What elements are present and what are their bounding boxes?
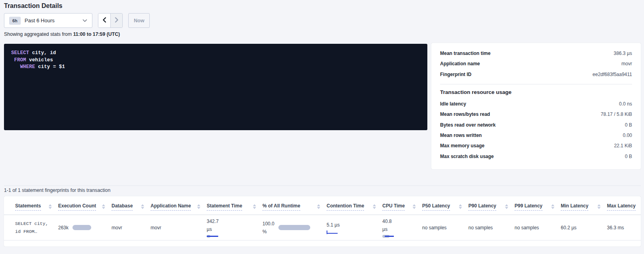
resource-row: Max scratch disk usage 0 B (440, 151, 632, 161)
summary-value: ee2df683f5aa9411 (593, 72, 632, 77)
cell-min-latency: 60.2 µs (561, 225, 607, 231)
time-step-buttons (98, 13, 123, 28)
column-header-max-latency: Max Latency (607, 203, 641, 211)
summary-label: Fingerprint ID (440, 72, 472, 77)
next-time-button[interactable] (110, 14, 122, 27)
resource-label: Max memory usage (440, 143, 484, 148)
chevron-down-icon (82, 19, 87, 22)
sql-query-box: SELECT city, id FROM vehicles WHERE city… (4, 44, 427, 130)
column-header-statements: Statements (15, 203, 58, 211)
now-button[interactable]: Now (128, 13, 150, 28)
sql-keyword: FROM (14, 57, 26, 63)
cell-max-latency: 36.3 ms (607, 225, 641, 231)
sort-icon[interactable] (317, 204, 320, 209)
time-range-label: Past 6 Hours (25, 18, 55, 23)
resource-value: 78.17 / 5.8 KiB (601, 111, 632, 117)
cell-cpu-time: 40.8 µs (382, 217, 422, 238)
time-controls: 6h Past 6 Hours Now (4, 13, 150, 28)
sql-keyword: SELECT (11, 50, 29, 56)
sort-icon[interactable] (551, 204, 554, 209)
summary-label: Application name (440, 61, 480, 66)
resource-value: 0.0 ns (619, 101, 632, 107)
resource-value: 0 B (625, 122, 632, 128)
summary-row: Fingerprint ID ee2df683f5aa9411 (440, 69, 632, 80)
sort-icon[interactable] (459, 204, 462, 209)
table-row[interactable]: SELECT city, id FROM… 263k movr movr 342… (4, 215, 641, 240)
cell-pct-runtime: 100.0 % (262, 220, 327, 236)
stats-time-range: 11:00 to 17:59 (UTC) (73, 31, 120, 37)
summary-row: Application name movr (440, 59, 632, 69)
resource-label: Max scratch disk usage (440, 154, 494, 159)
resource-row: Mean rows written 0.00 (440, 130, 632, 141)
summary-row: Mean transaction time 386.3 µs (440, 48, 632, 59)
contention-time-bar (327, 231, 339, 234)
sql-line: FROM vehicles (11, 57, 420, 64)
cell-p50-latency: no samples (422, 225, 468, 231)
chevron-right-icon (115, 17, 119, 24)
statements-table: Statements Execution Count Database Appl… (4, 196, 641, 246)
sort-icon[interactable] (413, 204, 416, 209)
time-range-badge: 6h (9, 17, 21, 25)
sql-line: SELECT city, id (11, 50, 420, 57)
resource-value: 0 B (625, 154, 632, 159)
column-header-application-name: Application Name (151, 203, 207, 211)
sort-icon[interactable] (197, 204, 200, 209)
resource-row: Mean rows/bytes read 78.17 / 5.8 KiB (440, 109, 632, 119)
column-header-cpu-time: CPU Time (382, 203, 422, 211)
summary-value: movr (621, 61, 632, 66)
execution-count-bar (72, 225, 91, 230)
cell-p99-latency: no samples (515, 225, 561, 231)
sort-icon[interactable] (597, 204, 601, 209)
sort-icon[interactable] (253, 204, 256, 209)
column-header-execution-count: Execution Count (58, 203, 112, 211)
column-header-contention-time: Contention Time (327, 203, 382, 211)
column-header-statement-time: Statement Time (207, 203, 262, 211)
column-header-p99-latency: P99 Latency (515, 203, 561, 211)
cell-statement: SELECT city, id FROM… (15, 220, 58, 236)
column-header-database: Database (112, 203, 151, 211)
sort-icon[interactable] (49, 204, 52, 209)
sort-icon[interactable] (373, 204, 376, 209)
transaction-details-page: Transaction Details 6h Past 6 Hours Now … (0, 0, 644, 254)
column-header-p50-latency: P50 Latency (422, 203, 468, 211)
statement-link[interactable]: SELECT city, id FROM… (15, 220, 53, 236)
aggregated-stats-line: Showing aggregated stats from 11:00 to 1… (4, 31, 120, 37)
cell-contention-time: 5.1 µs (327, 221, 382, 234)
transaction-summary-card: Mean transaction time 386.3 µs Applicati… (431, 43, 641, 169)
cell-execution-count: 263k (58, 225, 112, 231)
sql-keyword: WHERE (20, 64, 35, 70)
resource-value: 22.1 KiB (614, 143, 632, 148)
page-title: Transaction Details (4, 2, 63, 10)
divider (4, 186, 641, 186)
time-range-dropdown[interactable]: 6h Past 6 Hours (4, 13, 92, 28)
summary-label: Mean transaction time (440, 51, 491, 56)
cell-p90-latency: no samples (468, 225, 515, 231)
statements-table-header: Statements Execution Count Database Appl… (4, 196, 641, 215)
resource-label: Idle latency (440, 101, 466, 107)
resource-row: Bytes read over network 0 B (440, 119, 632, 130)
cpu-time-bar (382, 234, 396, 238)
column-header-pct-runtime: % of All Runtime (262, 203, 327, 211)
prev-time-button[interactable] (98, 14, 110, 27)
cell-database: movr (112, 225, 151, 231)
sort-icon[interactable] (141, 204, 144, 209)
summary-value: 386.3 µs (614, 51, 632, 56)
resource-value: 0.00 (623, 133, 632, 138)
column-header-p90-latency: P90 Latency (468, 203, 515, 211)
cell-statement-time: 342.7 µs (207, 217, 262, 238)
chevron-left-icon (102, 17, 106, 24)
resource-label: Mean rows/bytes read (440, 111, 490, 117)
cell-application-name: movr (151, 225, 207, 231)
sort-icon[interactable] (505, 204, 508, 209)
resource-label: Bytes read over network (440, 122, 495, 128)
statement-time-bar (207, 234, 223, 238)
sort-icon[interactable] (102, 204, 105, 209)
resource-row: Max memory usage 22.1 KiB (440, 141, 632, 151)
divider (440, 84, 632, 84)
resource-row: Idle latency 0.0 ns (440, 99, 632, 109)
sql-line: WHERE city = $1 (11, 64, 420, 71)
statements-table-caption: 1-1 of 1 statement fingerprints for this… (4, 188, 110, 193)
resource-usage-title: Transaction resource usage (440, 89, 632, 95)
column-header-min-latency: Min Latency (561, 203, 607, 211)
pct-runtime-bar (278, 225, 310, 230)
